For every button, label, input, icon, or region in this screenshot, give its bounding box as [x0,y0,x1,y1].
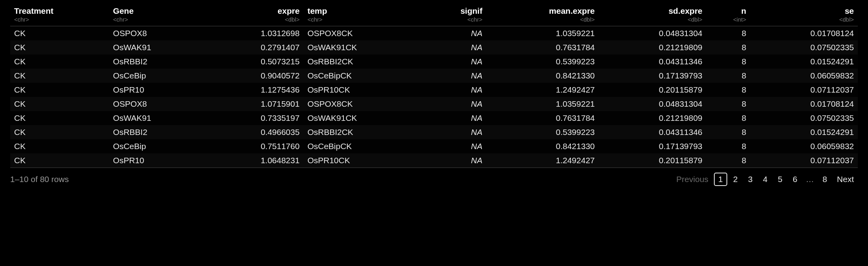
table-cell: 8 [706,69,750,83]
table-cell: 0.20115879 [599,153,706,168]
table-cell: CK [10,139,109,153]
table-cell: 1.0312698 [205,26,303,41]
column-name: expre [278,6,300,15]
table-cell: OSPOX8CK [303,97,424,111]
table-cell: 0.4966035 [205,125,303,139]
table-cell: NA [424,40,486,55]
column-header[interactable]: Treatment<chr> [10,4,109,26]
table-cell: OsRBBI2CK [303,55,424,69]
table-cell: OsWAK91CK [303,111,424,125]
table-cell: CK [10,40,109,55]
table-cell: 0.04311346 [599,55,706,69]
table-row: CKOsRBBI20.4966035OsRBBI2CKNA0.53992230.… [10,125,858,139]
column-header[interactable]: Gene<chr> [109,4,205,26]
column-header[interactable]: expre<dbl> [205,4,303,26]
table-cell: OSPOX8 [109,97,205,111]
table-row: CKOsCeBip0.9040572OsCeBipCKNA0.84213300.… [10,69,858,83]
page-ellipsis: … [803,173,817,186]
table-cell: OSPOX8CK [303,26,424,41]
table-cell: CK [10,97,109,111]
table-cell: OsCeBip [109,69,205,83]
page-button-1[interactable]: 1 [714,173,727,186]
data-table: Treatment<chr>Gene<chr>expre<dbl>temp<ch… [10,4,858,168]
table-cell: 8 [706,26,750,41]
column-name: sd.expre [668,6,702,15]
column-type: <dbl> [490,16,595,23]
page-button-6[interactable]: 6 [788,173,802,186]
table-cell: 0.07502335 [750,40,858,55]
table-cell: 0.20115879 [599,83,706,97]
table-cell: 0.7631784 [486,111,599,125]
table-cell: 1.2492427 [486,153,599,168]
table-row: CKOsCeBip0.7511760OsCeBipCKNA0.84213300.… [10,139,858,153]
column-header[interactable]: sd.expre<dbl> [599,4,706,26]
table-cell: OsWAK91 [109,111,205,125]
column-type: <dbl> [209,16,300,23]
table-cell: 8 [706,40,750,55]
column-type: <dbl> [603,16,703,23]
column-name: se [845,6,854,15]
table-row: CKOsPR101.1275436OsPR10CKNA1.24924270.20… [10,83,858,97]
table-cell: NA [424,55,486,69]
table-cell: CK [10,111,109,125]
table-row: CKOSPOX81.0715901OSPOX8CKNA1.03592210.04… [10,97,858,111]
column-header[interactable]: se<dbl> [750,4,858,26]
column-header[interactable]: mean.expre<dbl> [486,4,599,26]
row-status: 1–10 of 80 rows [10,175,69,184]
table-cell: OsRBBI2 [109,55,205,69]
table-cell: 8 [706,111,750,125]
table-cell: NA [424,153,486,168]
column-type: <chr> [14,16,105,23]
column-type: <chr> [113,16,202,23]
table-cell: 8 [706,55,750,69]
table-cell: 0.07502335 [750,111,858,125]
column-type: <chr> [428,16,482,23]
table-cell: NA [424,26,486,41]
table-cell: 0.06059832 [750,69,858,83]
column-name: signif [460,6,482,15]
table-cell: OSPOX8 [109,26,205,41]
table-row: CKOSPOX81.0312698OSPOX8CKNA1.03592210.04… [10,26,858,41]
page-button-5[interactable]: 5 [774,173,787,186]
table-cell: 0.04831304 [599,97,706,111]
column-type: <dbl> [754,16,854,23]
table-cell: 0.07112037 [750,153,858,168]
table-cell: 0.01524291 [750,55,858,69]
table-cell: OsCeBipCK [303,69,424,83]
column-name: Treatment [14,6,53,15]
column-name: Gene [113,6,134,15]
table-cell: NA [424,97,486,111]
table-cell: OsPR10CK [303,153,424,168]
column-name: mean.expre [549,6,595,15]
table-cell: NA [424,139,486,153]
column-header[interactable]: temp<chr> [303,4,424,26]
column-header[interactable]: signif<chr> [424,4,486,26]
table-cell: NA [424,83,486,97]
table-cell: OsWAK91CK [303,40,424,55]
table-cell: OsRBBI2 [109,125,205,139]
table-cell: 0.5399223 [486,125,599,139]
page-button-4[interactable]: 4 [759,173,772,186]
table-cell: 1.0648231 [205,153,303,168]
page-button-8[interactable]: 8 [818,173,832,186]
table-cell: 1.0359221 [486,26,599,41]
table-cell: 0.2791407 [205,40,303,55]
table-cell: 8 [706,153,750,168]
table-cell: 0.01708124 [750,97,858,111]
table-cell: 8 [706,97,750,111]
table-row: CKOsPR101.0648231OsPR10CKNA1.24924270.20… [10,153,858,168]
page-button-3[interactable]: 3 [744,173,757,186]
table-cell: 0.17139793 [599,139,706,153]
table-cell: 0.8421330 [486,69,599,83]
prev-button[interactable]: Previous [672,173,712,186]
next-button[interactable]: Next [833,173,858,186]
table-footer: 1–10 of 80 rows Previous 123456…8 Next [10,173,858,186]
table-header: Treatment<chr>Gene<chr>expre<dbl>temp<ch… [10,4,858,26]
table-cell: CK [10,26,109,41]
page-button-2[interactable]: 2 [729,173,742,186]
table-cell: 0.7335197 [205,111,303,125]
table-cell: 0.17139793 [599,69,706,83]
column-header[interactable]: n<int> [706,4,750,26]
column-type: <chr> [307,16,420,23]
table-cell: CK [10,69,109,83]
